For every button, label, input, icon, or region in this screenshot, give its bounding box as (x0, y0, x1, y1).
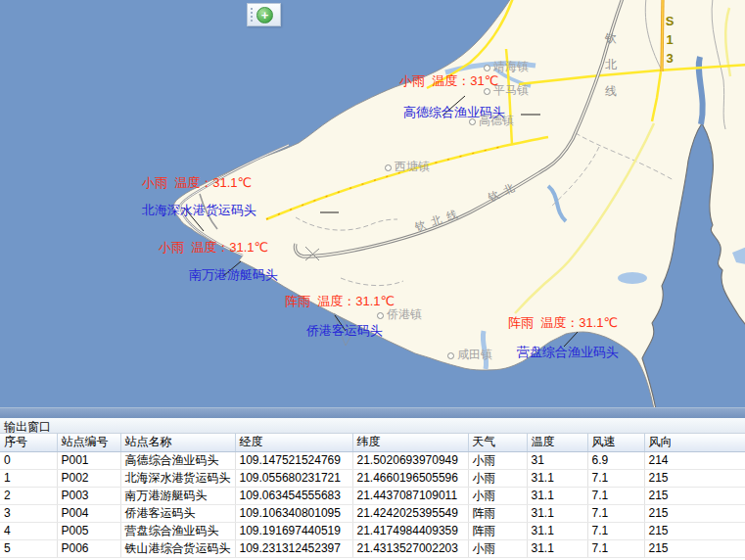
table-cell: 31.1 (527, 504, 587, 522)
column-header[interactable]: 经度 (235, 434, 352, 451)
table-cell: P006 (57, 539, 120, 557)
table-cell: 7.1 (587, 487, 644, 504)
table-cell: 109.055680231721 (235, 469, 352, 487)
table-row[interactable]: 3P004侨港客运码头109.10634080109521.4242025395… (0, 504, 745, 522)
table-cell: P005 (57, 522, 120, 539)
column-header[interactable]: 站点名称 (120, 434, 235, 451)
table-row[interactable]: 2P003南万港游艇码头109.06345455568321.443708710… (0, 487, 745, 504)
table-cell: 21.4437087109011 (352, 487, 468, 504)
s13-road-label: S 1 3 (664, 12, 675, 68)
table-cell: 109.231312452397 (235, 539, 352, 557)
table-cell: 21.4313527002203 (352, 539, 468, 557)
table-cell: 31.1 (527, 469, 587, 487)
s13-char: 1 (664, 30, 675, 49)
column-header[interactable]: 序号 (0, 434, 57, 451)
table-cell: 铁山港综合货运码头 (120, 539, 235, 557)
table-cell: 小雨 (468, 469, 527, 487)
table-cell: 高德综合渔业码头 (120, 451, 235, 469)
table-cell: 南万港游艇码头 (120, 487, 235, 504)
table-cell: 21.5020693970949 (352, 451, 468, 469)
table-cell: 阵雨 (468, 522, 527, 539)
table-cell: 阵雨 (468, 504, 527, 522)
column-header[interactable]: 纬度 (352, 434, 468, 451)
table-cell: P001 (57, 451, 120, 469)
map-canvas[interactable] (0, 0, 745, 407)
table-row[interactable]: 4P005营盘综合渔业码头109.19169744051921.41749844… (0, 522, 745, 539)
column-header[interactable]: 温度 (527, 434, 587, 451)
table-cell: 小雨 (468, 539, 527, 557)
station-table: 序号站点编号站点名称经度纬度天气温度风速风向 0P001高德综合渔业码头109.… (0, 434, 745, 558)
table-cell: 6.9 (587, 451, 644, 469)
table-cell: 215 (644, 504, 745, 522)
table-cell: 营盘综合渔业码头 (120, 522, 235, 539)
table-cell: 4 (0, 522, 57, 539)
s13-char: S (664, 12, 675, 30)
table-cell: 31 (527, 451, 587, 469)
column-header[interactable]: 风速 (587, 434, 644, 451)
table-cell: 小雨 (468, 451, 527, 469)
table-cell: 215 (644, 487, 745, 504)
table-cell: P002 (57, 469, 120, 487)
table-cell: 21.4242025395549 (352, 504, 468, 522)
table-cell: 215 (644, 522, 745, 539)
table-cell: P004 (57, 504, 120, 522)
table-cell: 109.063454555683 (235, 487, 352, 504)
table-cell: 1 (0, 469, 57, 487)
table-cell: 小雨 (468, 487, 527, 504)
table-cell: 北海深水港货运码头 (120, 469, 235, 487)
table-cell: 215 (644, 539, 745, 557)
app-window: 小雨 温度：31℃高德综合渔业码头小雨 温度：31.1℃北海深水港货运码头小雨 … (0, 0, 745, 560)
table-cell: 109.147521524769 (235, 451, 352, 469)
table-row[interactable]: 5P006铁山港综合货运码头109.23131245239721.4313527… (0, 539, 745, 557)
panel-splitter[interactable] (0, 407, 745, 418)
table-cell: 215 (644, 469, 745, 487)
table-cell: 109.191697440519 (235, 522, 352, 539)
table-header-row: 序号站点编号站点名称经度纬度天气温度风速风向 (0, 434, 745, 451)
table-cell: 31.1 (527, 487, 587, 504)
table-cell: 7.1 (587, 469, 644, 487)
table-cell: 7.1 (587, 522, 644, 539)
table-cell: 2 (0, 487, 57, 504)
table-cell: 109.106340801095 (235, 504, 352, 522)
table-cell: 7.1 (587, 539, 644, 557)
table-row[interactable]: 1P002北海深水港货运码头109.05568023172121.4660196… (0, 469, 745, 487)
add-station-button[interactable]: + (256, 7, 273, 23)
table-cell: 5 (0, 539, 57, 557)
table-body: 0P001高德综合渔业码头109.14752152476921.50206939… (0, 451, 745, 557)
shallow-patch (618, 272, 647, 284)
table-cell: 3 (0, 504, 57, 522)
map-toolbar: + (247, 3, 281, 26)
output-panel-title: 输出窗口 (0, 418, 745, 434)
table-cell: 侨港客运码头 (120, 504, 235, 522)
toolbar-grip-handle[interactable] (248, 4, 255, 25)
table-cell: 21.4174984409359 (352, 522, 468, 539)
table-cell: 31.1 (527, 539, 587, 557)
table-cell: 21.4660196505596 (352, 469, 468, 487)
table-row[interactable]: 0P001高德综合渔业码头109.14752152476921.50206939… (0, 451, 745, 469)
table-cell: 214 (644, 451, 745, 469)
table-cell: 0 (0, 451, 57, 469)
column-header[interactable]: 站点编号 (57, 434, 120, 451)
s13-char: 3 (664, 49, 675, 68)
map-viewport[interactable]: 小雨 温度：31℃高德综合渔业码头小雨 温度：31.1℃北海深水港货运码头小雨 … (0, 0, 745, 407)
table-cell: P003 (57, 487, 120, 504)
table-cell: 7.1 (587, 504, 644, 522)
table-cell: 31.1 (527, 522, 587, 539)
column-header[interactable]: 风向 (644, 434, 745, 451)
output-panel: 输出窗口 序号站点编号站点名称经度纬度天气温度风速风向 0P001高德综合渔业码… (0, 418, 745, 560)
column-header[interactable]: 天气 (468, 434, 527, 451)
